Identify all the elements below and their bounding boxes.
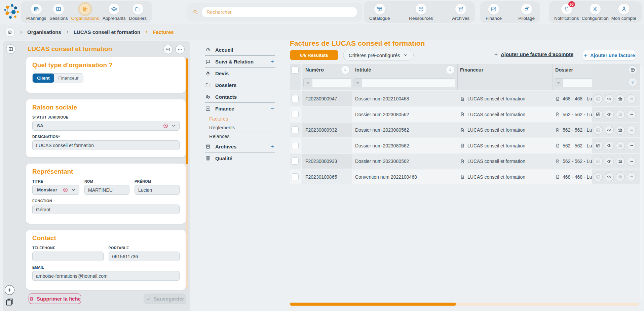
sidebar-item-suivi-relation[interactable]: Suivi & Relation — [205, 56, 275, 68]
save-button[interactable]: Sauvegarder — [144, 294, 186, 304]
sidebar-item-qualite[interactable]: Qualité — [205, 152, 275, 164]
plus-icon[interactable] — [270, 59, 275, 64]
bank-button[interactable] — [616, 94, 625, 103]
nav-item-sessions[interactable]: Sessions — [49, 3, 68, 21]
nav-item-configuration[interactable]: Configuration — [581, 3, 608, 21]
plus-icon[interactable] — [270, 144, 275, 149]
row-checkbox[interactable] — [292, 95, 299, 102]
search-input[interactable] — [202, 7, 357, 17]
vertical-scrollbar-track[interactable] — [640, 64, 643, 300]
filter-operator-button[interactable] — [304, 79, 312, 87]
fonction-field[interactable] — [32, 205, 180, 214]
edit-invoice-button[interactable] — [594, 157, 603, 166]
designation-field[interactable] — [32, 140, 180, 150]
preconfigured-criteria-button[interactable]: Critères pré-configurés — [343, 50, 414, 60]
nav-item-catalogue[interactable]: Catalogue — [369, 3, 390, 21]
bank-button[interactable] — [616, 126, 625, 135]
row-more-button[interactable] — [627, 94, 636, 103]
portable-field[interactable] — [109, 252, 180, 261]
home-button[interactable] — [5, 27, 15, 37]
horizontal-scrollbar-thumb[interactable] — [290, 303, 456, 306]
sidebar-subitem-factures[interactable]: Factures — [205, 115, 275, 123]
edit-invoice-button[interactable] — [594, 126, 603, 135]
edit-invoice-button[interactable] — [594, 172, 603, 181]
sort-numero-button[interactable] — [341, 65, 350, 74]
select-all-checkbox[interactable] — [292, 66, 299, 74]
nav-item-mon-compte[interactable]: Mon compte — [611, 3, 636, 21]
row-more-button[interactable] — [627, 172, 636, 181]
row-more-button[interactable] — [627, 157, 636, 166]
minus-icon[interactable] — [270, 106, 275, 111]
view-invoice-button[interactable] — [605, 141, 614, 150]
row-more-button[interactable] — [627, 141, 636, 150]
bank-button[interactable] — [616, 110, 625, 119]
sidebar-subitem-reglements[interactable]: Règlements — [205, 123, 275, 132]
add-deposit-invoice-link[interactable]: Ajouter une facture d'acompte — [494, 51, 573, 57]
breadcrumb-organisations[interactable]: Organisations — [27, 29, 61, 35]
edit-invoice-button[interactable] — [594, 110, 603, 119]
row-checkbox[interactable] — [292, 173, 299, 180]
panel-collapse-button[interactable] — [6, 44, 15, 54]
bank-button[interactable] — [616, 141, 625, 150]
edit-invoice-button[interactable] — [594, 141, 603, 150]
row-checkbox[interactable] — [292, 142, 299, 149]
telephone-field[interactable] — [32, 252, 104, 261]
clear-filters-button[interactable] — [628, 78, 637, 87]
column-settings-button[interactable] — [628, 65, 637, 75]
edit-invoice-button[interactable] — [594, 94, 603, 103]
add-invoice-button[interactable]: Ajouter une facture — [583, 50, 635, 61]
raison-sociale-card: Raison sociale STATUT JURIDIQUE SA DÉSIG… — [26, 99, 186, 157]
filter-numero-input[interactable] — [312, 79, 351, 87]
nav-item-pilotage[interactable]: Pilotage — [518, 3, 535, 21]
view-invoice-button[interactable] — [605, 157, 614, 166]
panel-broadcast-button[interactable] — [163, 45, 173, 54]
sidebar-item-accueil[interactable]: Accueil — [205, 44, 275, 56]
type-client-button[interactable]: Client — [33, 74, 54, 83]
clear-icon[interactable] — [63, 187, 68, 193]
bank-icon — [618, 174, 623, 179]
sort-intitule-button[interactable] — [446, 65, 455, 74]
nav-item-organisations[interactable]: Organisations — [71, 3, 99, 21]
nav-item-ressources[interactable]: Ressources — [409, 3, 433, 21]
row-more-button[interactable] — [627, 110, 636, 119]
nav-item-finance[interactable]: Finance — [486, 3, 502, 21]
filter-operator-button[interactable] — [554, 79, 563, 87]
row-checkbox[interactable] — [292, 126, 299, 133]
email-field[interactable] — [32, 271, 180, 281]
breadcrumb-organisation-name[interactable]: LUCAS conseil et formation — [74, 29, 140, 35]
add-floating-button[interactable] — [5, 285, 14, 295]
sidebar-item-devis[interactable]: Devis — [205, 68, 275, 79]
sidebar-item-finance[interactable]: Finance — [205, 103, 275, 115]
view-invoice-button[interactable] — [605, 94, 614, 103]
nom-field[interactable] — [84, 185, 129, 195]
bank-button[interactable] — [616, 172, 625, 181]
statut-select[interactable]: SA — [32, 121, 180, 131]
filter-operator-button[interactable] — [353, 79, 362, 87]
panel-more-button[interactable] — [175, 45, 185, 54]
view-invoice-button[interactable] — [605, 172, 614, 181]
sidebar-subitem-relances[interactable]: Relances — [205, 132, 275, 141]
nav-item-notifications[interactable]: 50 Notifications — [554, 3, 579, 21]
sidebar-item-archives[interactable]: Archives — [205, 141, 275, 152]
sidebar-item-dossiers[interactable]: Dossiers — [205, 79, 275, 91]
view-invoice-button[interactable] — [605, 110, 614, 119]
bank-button[interactable] — [616, 157, 625, 166]
delete-record-button[interactable]: Supprimer la fiche — [29, 294, 81, 304]
panel-scrollbar-thumb[interactable] — [186, 58, 188, 164]
row-checkbox[interactable] — [292, 158, 299, 165]
clear-icon[interactable] — [163, 123, 168, 129]
nav-item-archives[interactable]: Archives — [452, 3, 469, 21]
app-logo[interactable] — [3, 2, 20, 22]
nav-item-plannings[interactable]: Plannings — [26, 3, 46, 21]
row-more-button[interactable] — [627, 126, 636, 135]
prenom-field[interactable] — [135, 185, 180, 195]
nav-item-apprenants[interactable]: Apprenants — [103, 3, 126, 21]
type-financeur-button[interactable]: Financeur — [54, 74, 83, 83]
titre-select[interactable]: Monsieur — [32, 185, 79, 195]
sidebar-item-contacts[interactable]: Contacts — [205, 91, 275, 103]
view-invoice-button[interactable] — [605, 126, 614, 135]
notes-clipboard-button[interactable] — [4, 297, 15, 307]
row-checkbox[interactable] — [292, 111, 299, 118]
filter-intitule-input[interactable] — [362, 79, 455, 87]
nav-item-dossiers[interactable]: Dossiers — [129, 3, 147, 21]
